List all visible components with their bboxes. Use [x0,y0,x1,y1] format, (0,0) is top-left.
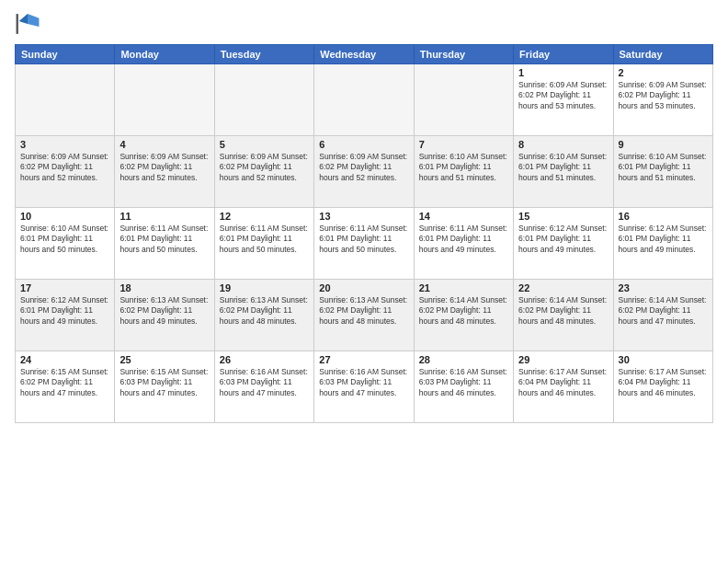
day-number: 1 [518,67,608,78]
calendar-cell: 18Sunrise: 6:13 AM Sunset: 6:02 PM Dayli… [115,280,214,351]
day-info: Sunrise: 6:16 AM Sunset: 6:03 PM Dayligh… [419,367,508,398]
day-number: 30 [619,354,708,365]
calendar-cell: 3Sunrise: 6:09 AM Sunset: 6:02 PM Daylig… [16,136,115,208]
day-header-monday: Monday [115,45,214,64]
day-number: 8 [518,139,608,150]
day-number: 13 [319,211,408,222]
day-info: Sunrise: 6:09 AM Sunset: 6:02 PM Dayligh… [518,80,608,111]
calendar-cell: 20Sunrise: 6:13 AM Sunset: 6:02 PM Dayli… [314,280,414,351]
calendar-cell: 1Sunrise: 6:09 AM Sunset: 6:02 PM Daylig… [514,64,613,136]
day-info: Sunrise: 6:17 AM Sunset: 6:04 PM Dayligh… [518,367,608,398]
day-info: Sunrise: 6:09 AM Sunset: 6:02 PM Dayligh… [220,152,309,183]
day-info: Sunrise: 6:14 AM Sunset: 6:02 PM Dayligh… [518,295,608,327]
day-number: 12 [220,211,309,222]
calendar-cell: 23Sunrise: 6:14 AM Sunset: 6:02 PM Dayli… [613,280,712,351]
day-info: Sunrise: 6:12 AM Sunset: 6:01 PM Dayligh… [518,224,608,255]
calendar-cell: 12Sunrise: 6:11 AM Sunset: 6:01 PM Dayli… [214,208,313,280]
day-header-tuesday: Tuesday [214,45,313,64]
day-info: Sunrise: 6:10 AM Sunset: 6:01 PM Dayligh… [20,224,109,255]
day-number: 22 [518,282,608,293]
day-info: Sunrise: 6:15 AM Sunset: 6:02 PM Dayligh… [20,367,109,398]
day-info: Sunrise: 6:09 AM Sunset: 6:02 PM Dayligh… [119,152,209,183]
day-header-friday: Friday [514,45,613,64]
day-info: Sunrise: 6:12 AM Sunset: 6:01 PM Dayligh… [619,224,708,255]
day-info: Sunrise: 6:09 AM Sunset: 6:02 PM Dayligh… [619,80,708,111]
day-number: 2 [619,67,708,78]
calendar-cell: 8Sunrise: 6:10 AM Sunset: 6:01 PM Daylig… [514,136,613,208]
day-header-saturday: Saturday [613,45,712,64]
day-info: Sunrise: 6:09 AM Sunset: 6:02 PM Dayligh… [20,152,109,183]
calendar-cell: 17Sunrise: 6:12 AM Sunset: 6:01 PM Dayli… [16,280,115,351]
day-number: 19 [220,282,309,293]
day-number: 10 [20,211,109,222]
calendar-cell: 15Sunrise: 6:12 AM Sunset: 6:01 PM Dayli… [514,208,613,280]
calendar-cell: 4Sunrise: 6:09 AM Sunset: 6:02 PM Daylig… [115,136,214,208]
day-info: Sunrise: 6:12 AM Sunset: 6:01 PM Dayligh… [20,295,109,327]
logo-icon [15,11,40,37]
day-info: Sunrise: 6:14 AM Sunset: 6:02 PM Dayligh… [619,295,708,327]
calendar-cell: 29Sunrise: 6:17 AM Sunset: 6:04 PM Dayli… [514,351,613,423]
day-number: 29 [518,354,608,365]
header [15,11,713,37]
calendar-cell [414,64,513,136]
calendar-cell: 5Sunrise: 6:09 AM Sunset: 6:02 PM Daylig… [214,136,313,208]
day-number: 17 [20,282,109,293]
calendar-cell: 30Sunrise: 6:17 AM Sunset: 6:04 PM Dayli… [613,351,712,423]
day-info: Sunrise: 6:10 AM Sunset: 6:01 PM Dayligh… [619,152,708,183]
calendar-cell: 13Sunrise: 6:11 AM Sunset: 6:01 PM Dayli… [314,208,414,280]
day-number: 11 [119,211,209,222]
calendar-week-2: 3Sunrise: 6:09 AM Sunset: 6:02 PM Daylig… [16,136,713,208]
svg-marker-1 [28,14,39,27]
day-number: 27 [319,354,408,365]
day-number: 24 [20,354,109,365]
svg-marker-2 [19,14,28,24]
day-info: Sunrise: 6:11 AM Sunset: 6:01 PM Dayligh… [220,224,309,255]
day-header-thursday: Thursday [414,45,513,64]
calendar-cell: 9Sunrise: 6:10 AM Sunset: 6:01 PM Daylig… [613,136,712,208]
day-info: Sunrise: 6:16 AM Sunset: 6:03 PM Dayligh… [220,367,309,398]
day-info: Sunrise: 6:10 AM Sunset: 6:01 PM Dayligh… [419,152,508,183]
day-number: 15 [518,211,608,222]
day-number: 6 [319,139,408,150]
calendar-week-3: 10Sunrise: 6:10 AM Sunset: 6:01 PM Dayli… [16,208,713,280]
calendar-cell: 6Sunrise: 6:09 AM Sunset: 6:02 PM Daylig… [314,136,414,208]
day-info: Sunrise: 6:16 AM Sunset: 6:03 PM Dayligh… [319,367,408,398]
calendar-cell: 27Sunrise: 6:16 AM Sunset: 6:03 PM Dayli… [314,351,414,423]
day-number: 5 [220,139,309,150]
day-info: Sunrise: 6:14 AM Sunset: 6:02 PM Dayligh… [419,295,508,327]
calendar-cell: 24Sunrise: 6:15 AM Sunset: 6:02 PM Dayli… [16,351,115,423]
day-info: Sunrise: 6:11 AM Sunset: 6:01 PM Dayligh… [119,224,209,255]
calendar-cell: 14Sunrise: 6:11 AM Sunset: 6:01 PM Dayli… [414,208,513,280]
day-number: 26 [220,354,309,365]
calendar-cell: 25Sunrise: 6:15 AM Sunset: 6:03 PM Dayli… [115,351,214,423]
page: SundayMondayTuesdayWednesdayThursdayFrid… [0,0,728,563]
logo [15,11,44,37]
day-number: 20 [319,282,408,293]
calendar-cell: 16Sunrise: 6:12 AM Sunset: 6:01 PM Dayli… [613,208,712,280]
day-number: 23 [619,282,708,293]
calendar-cell: 21Sunrise: 6:14 AM Sunset: 6:02 PM Dayli… [414,280,513,351]
day-number: 7 [419,139,508,150]
calendar-cell: 19Sunrise: 6:13 AM Sunset: 6:02 PM Dayli… [214,280,313,351]
calendar-cell [16,64,115,136]
calendar: SundayMondayTuesdayWednesdayThursdayFrid… [15,44,713,423]
calendar-week-5: 24Sunrise: 6:15 AM Sunset: 6:02 PM Dayli… [16,351,713,423]
day-info: Sunrise: 6:15 AM Sunset: 6:03 PM Dayligh… [119,367,209,398]
day-number: 25 [119,354,209,365]
day-number: 21 [419,282,508,293]
day-info: Sunrise: 6:13 AM Sunset: 6:02 PM Dayligh… [319,295,408,327]
day-header-sunday: Sunday [16,45,115,64]
day-number: 9 [619,139,708,150]
day-number: 3 [20,139,109,150]
calendar-cell: 22Sunrise: 6:14 AM Sunset: 6:02 PM Dayli… [514,280,613,351]
day-info: Sunrise: 6:09 AM Sunset: 6:02 PM Dayligh… [319,152,408,183]
svg-rect-3 [17,14,18,34]
day-info: Sunrise: 6:13 AM Sunset: 6:02 PM Dayligh… [220,295,309,327]
day-info: Sunrise: 6:11 AM Sunset: 6:01 PM Dayligh… [419,224,508,255]
calendar-cell: 11Sunrise: 6:11 AM Sunset: 6:01 PM Dayli… [115,208,214,280]
calendar-cell: 10Sunrise: 6:10 AM Sunset: 6:01 PM Dayli… [16,208,115,280]
calendar-header-row: SundayMondayTuesdayWednesdayThursdayFrid… [16,45,713,64]
day-header-wednesday: Wednesday [314,45,414,64]
day-info: Sunrise: 6:17 AM Sunset: 6:04 PM Dayligh… [619,367,708,398]
day-info: Sunrise: 6:11 AM Sunset: 6:01 PM Dayligh… [319,224,408,255]
